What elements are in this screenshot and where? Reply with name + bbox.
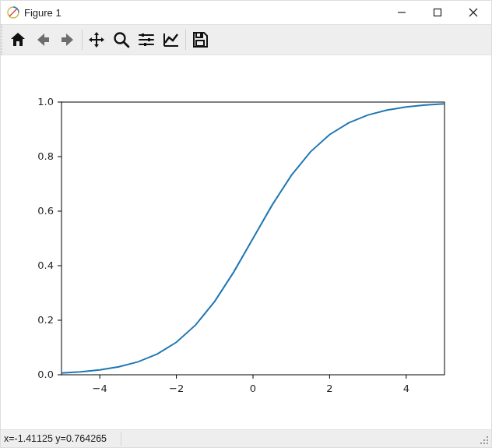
home-button[interactable] [5, 27, 30, 52]
resize-grip-icon[interactable] [480, 436, 490, 446]
forward-button[interactable] [55, 27, 80, 52]
back-button[interactable] [30, 27, 55, 52]
edit-axes-button[interactable] [159, 27, 184, 52]
svg-rect-14 [200, 34, 202, 37]
figure-canvas[interactable]: −4−20240.00.20.40.60.81.0 [1, 55, 491, 429]
svg-rect-11 [148, 38, 150, 41]
app-icon [7, 6, 19, 19]
svg-text:2: 2 [326, 383, 332, 394]
svg-rect-2 [434, 9, 441, 16]
toolbar [1, 24, 491, 55]
zoom-button[interactable] [109, 27, 134, 52]
close-button[interactable] [455, 1, 491, 24]
status-bar: x=-1.41125 y=0.764265 [1, 429, 491, 447]
svg-text:0.8: 0.8 [37, 150, 54, 162]
svg-text:4: 4 [403, 383, 409, 394]
svg-text:1.0: 1.0 [37, 96, 54, 108]
svg-rect-41 [487, 439, 488, 441]
plot-area: −4−20240.00.20.40.60.81.0 [1, 55, 491, 432]
svg-rect-40 [483, 439, 485, 441]
svg-text:0.0: 0.0 [37, 369, 54, 380]
svg-rect-10 [142, 34, 144, 37]
window: Figure 1 [0, 0, 492, 448]
maximize-button[interactable] [420, 1, 455, 24]
svg-text:−4: −4 [93, 383, 107, 394]
cursor-coordinates: x=-1.41125 y=0.764265 [4, 433, 107, 444]
statusbar-separator [121, 432, 121, 446]
toolbar-separator [185, 30, 186, 50]
svg-line-6 [124, 42, 128, 47]
svg-text:0.2: 0.2 [37, 314, 54, 326]
svg-text:0.6: 0.6 [37, 205, 54, 217]
pan-button[interactable] [84, 27, 109, 52]
configure-subplots-button[interactable] [134, 27, 159, 52]
toolbar-separator [82, 30, 83, 50]
svg-text:0: 0 [250, 383, 256, 394]
title-bar: Figure 1 [1, 1, 491, 24]
svg-rect-39 [487, 436, 488, 438]
svg-rect-12 [144, 43, 146, 46]
svg-text:−2: −2 [169, 383, 184, 394]
window-title: Figure 1 [24, 7, 62, 19]
svg-rect-43 [483, 443, 485, 444]
svg-rect-44 [487, 443, 488, 444]
minimize-button[interactable] [384, 1, 420, 24]
save-button[interactable] [188, 27, 213, 52]
svg-rect-42 [480, 443, 482, 444]
svg-rect-15 [196, 41, 204, 46]
svg-text:0.4: 0.4 [37, 259, 54, 271]
